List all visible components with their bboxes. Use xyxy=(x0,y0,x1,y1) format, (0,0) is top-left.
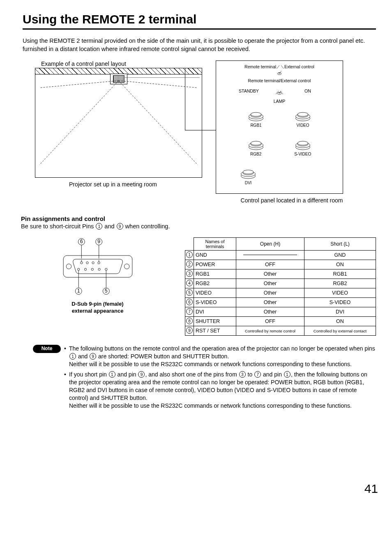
control-panel-diagram: Remote terminal External control Remote … xyxy=(216,60,343,194)
panel-button: S-VIDEO xyxy=(294,139,311,156)
dsub-caption: D-Sub 9-pin (female)external appearance xyxy=(71,301,123,315)
right-caption: Control panel located in a different roo… xyxy=(216,197,368,204)
note-body: The following buttons on the remote cont… xyxy=(64,345,376,412)
svg-point-50 xyxy=(77,268,79,270)
svg-point-18 xyxy=(251,112,261,116)
panel-label: Remote terminal xyxy=(244,64,276,69)
switch-icon xyxy=(275,90,284,96)
note-badge: Note xyxy=(33,345,61,353)
svg-point-26 xyxy=(251,141,261,145)
svg-text:9: 9 xyxy=(97,239,100,244)
example-label: Example of a control panel layout xyxy=(41,60,203,67)
svg-line-2 xyxy=(39,81,119,165)
svg-text:6: 6 xyxy=(80,239,83,244)
dsub-connector-icon: 6 9 1 5 xyxy=(61,237,135,299)
room-diagram xyxy=(35,68,202,178)
svg-line-5 xyxy=(277,65,279,69)
svg-point-22 xyxy=(297,112,308,116)
switch-icon xyxy=(275,70,284,77)
svg-point-53 xyxy=(91,268,93,270)
svg-line-0 xyxy=(39,81,119,88)
panel-button: VIDEO xyxy=(295,110,311,128)
panel-label: Remote terminal/External control xyxy=(216,78,343,83)
panel-button: RGB2 xyxy=(248,139,264,156)
svg-point-54 xyxy=(98,268,100,270)
panel-label: External control xyxy=(284,64,314,69)
lamp-label: LAMP xyxy=(274,99,286,104)
svg-point-55 xyxy=(105,268,107,270)
pin-table: Names of terminalsOpen (H)Short (L) 1GND… xyxy=(185,237,376,336)
page-number: 41 xyxy=(23,482,378,496)
section-subtitle: Be sure to short-circuit Pins 1 and 9 wh… xyxy=(21,223,376,230)
svg-point-42 xyxy=(66,264,71,269)
svg-text:1: 1 xyxy=(77,288,80,294)
svg-point-46 xyxy=(86,262,88,264)
svg-point-34 xyxy=(243,170,254,174)
svg-point-44 xyxy=(80,262,82,264)
on-label: ON xyxy=(304,88,311,93)
svg-point-47 xyxy=(92,262,94,264)
svg-rect-41 xyxy=(63,255,132,277)
connection-line xyxy=(185,68,216,130)
panel-button: DVI xyxy=(240,168,256,185)
standby-label: STANDBY xyxy=(239,88,259,93)
svg-line-6 xyxy=(281,65,284,69)
section-title: Pin assignments and control xyxy=(21,215,376,222)
svg-point-43 xyxy=(124,264,129,269)
svg-text:5: 5 xyxy=(104,288,107,294)
panel-button: RGB1 xyxy=(248,110,264,128)
left-caption: Projector set up in a meeting room xyxy=(23,181,203,188)
page-title: Using the REMOTE 2 terminal xyxy=(23,12,376,30)
svg-point-52 xyxy=(84,268,86,270)
svg-point-30 xyxy=(297,141,308,145)
svg-point-48 xyxy=(98,262,100,264)
intro-text: Using the REMOTE 2 terminal provided on … xyxy=(23,37,376,53)
